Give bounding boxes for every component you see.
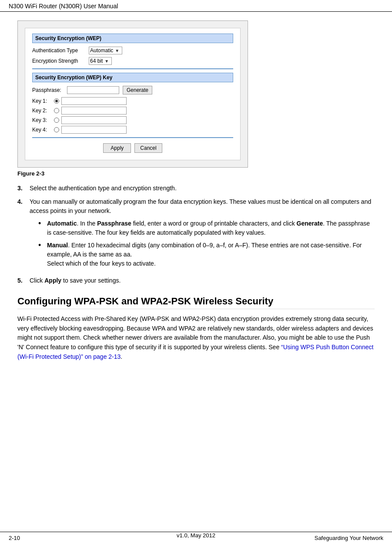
key1-radio[interactable]	[54, 98, 59, 104]
key1-input[interactable]	[61, 97, 127, 105]
footer-section-title: Safeguarding Your Network	[315, 535, 383, 541]
key2-radio[interactable]	[54, 108, 59, 113]
key2-input[interactable]	[61, 107, 127, 115]
key4-label: Key 4:	[32, 127, 54, 133]
step5-text: Click Apply to save your settings.	[30, 276, 375, 285]
divider-bottom	[32, 137, 233, 138]
enc-arrow-icon: ▼	[104, 59, 109, 64]
key-section-title: Security Encryption (WEP) Key	[32, 73, 233, 82]
enc-select[interactable]: 64 bit ▼	[89, 57, 112, 65]
auth-value: Automatic	[90, 47, 113, 54]
key1-label: Key 1:	[32, 98, 54, 104]
passphrase-label: Passphrase:	[32, 87, 67, 93]
apply-button[interactable]: Apply	[103, 143, 131, 153]
bullet1-bold2: Passphrase	[97, 220, 131, 227]
bullet1-content: Automatic. In the Passphrase field, ente…	[47, 219, 375, 237]
figure-box: Security Encryption (WEP) Authentication…	[17, 20, 248, 168]
step5-apply-bold: Apply	[44, 277, 61, 284]
bullet1-text1: . In the	[77, 220, 97, 227]
generate-button[interactable]: Generate	[123, 86, 152, 94]
bullet2-bold1: Manual	[47, 242, 68, 249]
step4-num: 4.	[17, 197, 30, 272]
auth-select[interactable]: Automatic ▼	[89, 47, 122, 54]
bullet1-bold3: Generate	[297, 220, 323, 227]
key3-radio[interactable]	[54, 118, 59, 123]
auth-arrow-icon: ▼	[115, 48, 119, 53]
key4-radio[interactable]	[54, 127, 59, 132]
enc-value: 64 bit	[90, 58, 103, 64]
key3-input[interactable]	[61, 116, 127, 124]
bullet1-text2: field, enter a word or group of printabl…	[131, 220, 297, 227]
step5-num: 5.	[17, 276, 30, 285]
cancel-button[interactable]: Cancel	[134, 143, 162, 153]
key3-label: Key 3:	[32, 117, 54, 123]
step3-text: Select the authentication type and encry…	[30, 184, 375, 193]
enc-label: Encryption Strength	[32, 58, 89, 64]
bullet1-dot: •	[38, 219, 47, 237]
wep-section-title: Security Encryption (WEP)	[32, 34, 233, 43]
footer-page-num: 2-10	[9, 535, 20, 541]
page-header-title: N300 WiFi Router (N300R) User Manual	[9, 3, 118, 10]
footer-version: v1.0, May 2012	[177, 532, 215, 539]
step3-num: 3.	[17, 184, 30, 193]
bullet1-bold1: Automatic	[47, 220, 77, 227]
figure-label: Figure 2-3	[17, 170, 375, 177]
step4-text: You can manually or automatically progra…	[30, 198, 371, 214]
key4-input[interactable]	[61, 126, 127, 134]
passphrase-input[interactable]	[67, 86, 119, 94]
bullet2-text1: . Enter 10 hexadecimal digits (any combi…	[47, 242, 362, 267]
section-heading: Configuring WPA-PSK and WPA2-PSK Wireles…	[17, 296, 375, 309]
bullet2-content: Manual. Enter 10 hexadecimal digits (any…	[47, 241, 375, 268]
auth-label: Authentication Type	[32, 47, 89, 54]
section-para: Wi-Fi Protected Access with Pre-Shared K…	[17, 314, 375, 361]
bullet2-dot: •	[38, 241, 47, 268]
section-para-end: .	[121, 353, 122, 360]
divider-top	[32, 68, 233, 69]
key2-label: Key 2:	[32, 108, 54, 114]
